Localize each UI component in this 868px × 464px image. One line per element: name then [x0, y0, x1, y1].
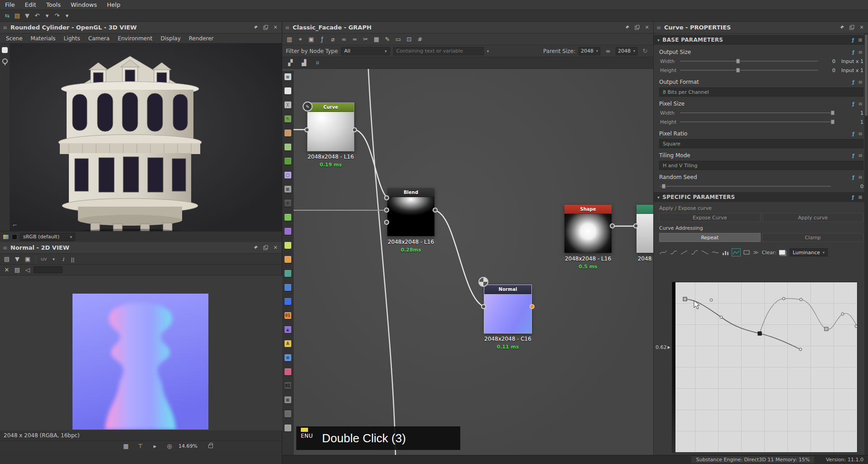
screenshot-icon[interactable]: ▣ — [307, 35, 316, 44]
menu-icon[interactable]: ≡ — [858, 130, 863, 137]
node-type-select[interactable]: All ▾ — [341, 47, 390, 55]
graph-canvas[interactable]: ▦╳✎◯▩+01▲A⊞01▩ Curve 2048x2048 - L16 0.1… — [282, 69, 653, 455]
section-specific-parameters[interactable]: ▾ SPECIFIC PARAMETERS ƒ ≡ — [654, 192, 868, 202]
background-swatch-icon[interactable] — [12, 234, 17, 240]
function-icon[interactable]: ƒ — [852, 174, 854, 180]
menu-icon[interactable]: ≡ — [858, 37, 863, 43]
viewport-3d[interactable]: ⌐ — [10, 44, 282, 231]
undo-caret-icon[interactable]: ▾ — [43, 11, 52, 20]
menu3d-renderer[interactable]: Renderer — [185, 35, 218, 42]
random-seed-slider[interactable] — [660, 186, 831, 187]
function-icon[interactable]: ƒ — [852, 101, 854, 107]
menu3d-environment[interactable]: Environment — [114, 35, 157, 42]
close-icon[interactable]: ✕ — [643, 24, 651, 31]
pixel-height-slider[interactable] — [680, 121, 833, 122]
colorspace-select[interactable]: sRGB (default) ▾ — [20, 233, 75, 241]
parent-height-spinner[interactable]: 2048 ▾ — [616, 47, 637, 55]
menu-icon[interactable]: ≡ — [858, 49, 863, 55]
link-create-icon[interactable]: ∞ — [339, 35, 348, 44]
export-icon[interactable]: ⇆ — [3, 11, 12, 20]
node-type-icon[interactable] — [285, 411, 291, 417]
histogram-icon[interactable]: ⣶ — [68, 255, 77, 264]
close-icon[interactable]: ✕ — [858, 24, 865, 31]
pin-icon[interactable] — [252, 24, 259, 31]
node-type-icon[interactable]: ◯ — [285, 172, 291, 179]
menu-icon[interactable]: ≡ — [858, 174, 863, 180]
pixel-ratio-select[interactable]: Square — [659, 139, 863, 148]
menu3d-scene[interactable]: Scene — [2, 35, 27, 42]
panel-grip-icon[interactable]: ≡ — [3, 245, 7, 251]
menu-icon[interactable]: ≡ — [858, 152, 863, 159]
viewport-2d[interactable] — [0, 276, 282, 430]
uv-caret-icon[interactable]: ▾ — [49, 255, 58, 264]
channel-swatch-icon[interactable] — [779, 250, 786, 255]
lock-icon[interactable] — [208, 445, 213, 448]
pin-icon[interactable] — [623, 24, 631, 31]
node-type-icon[interactable] — [285, 158, 291, 164]
repeat-button[interactable]: Repeat — [659, 233, 761, 242]
grid-icon[interactable]: ▦ — [121, 442, 130, 451]
anchor-icon[interactable]: ⊤ — [136, 442, 145, 451]
input-connector[interactable] — [384, 208, 389, 213]
pixel-width-slider[interactable] — [680, 112, 833, 113]
graph-search-input[interactable] — [393, 47, 484, 55]
panel-grip-icon[interactable]: ≡ — [285, 24, 289, 31]
edit-icon[interactable]: ✎ — [383, 35, 392, 44]
input-connector[interactable] — [304, 127, 309, 132]
channel-select[interactable]: Luminance ▾ — [790, 248, 828, 256]
width-slider[interactable] — [680, 61, 818, 62]
frame-fit-icon[interactable] — [743, 249, 751, 256]
search-icon[interactable]: ⌀ — [328, 35, 338, 44]
save-icon[interactable]: ▼ — [23, 11, 32, 20]
layout-icon[interactable]: ⌗ — [313, 58, 322, 68]
pin-icon[interactable] — [838, 24, 845, 31]
node-type-icon[interactable] — [285, 87, 291, 94]
menu3d-lights[interactable]: Lights — [60, 35, 84, 42]
node-type-icon[interactable]: ✎ — [285, 116, 291, 122]
undo-icon[interactable]: ↶ — [33, 11, 42, 20]
menu-windows[interactable]: Windows — [66, 1, 102, 8]
clamp-button[interactable]: Clamp — [762, 233, 864, 242]
material-swatch-icon[interactable] — [2, 47, 8, 53]
properties-scrollbar[interactable] — [864, 34, 868, 455]
curve-wave-icon[interactable] — [711, 249, 719, 256]
export-image-icon[interactable]: ▼ — [13, 255, 22, 264]
node-blend[interactable]: Blend 2048x2048 - L16 0.28ms — [387, 188, 434, 236]
reset-size-icon[interactable]: ↻ — [641, 47, 650, 56]
curve-edit-icon[interactable] — [732, 249, 740, 256]
cut-links-icon[interactable]: ✂ — [361, 35, 370, 44]
link-size-icon[interactable]: ∞ — [603, 47, 612, 56]
node-type-icon[interactable]: ▦ — [285, 73, 291, 80]
grid-snap-icon[interactable]: ▦ — [372, 35, 381, 44]
target-icon[interactable]: ◎ — [165, 442, 174, 451]
float-window-icon[interactable] — [633, 24, 641, 31]
node-curve[interactable]: Curve 2048x2048 - L16 0.19 ms ✎ — [307, 102, 354, 151]
output-format-select[interactable]: 8 Bits per Channel — [659, 87, 863, 97]
menu-file[interactable]: File — [0, 1, 20, 8]
slider-value[interactable]: 0 — [823, 58, 835, 64]
node-type-icon[interactable]: ╳ — [285, 102, 291, 108]
function-icon[interactable]: ƒ — [852, 79, 854, 85]
zoom-level[interactable]: 14.69% — [178, 443, 198, 449]
curve-step-icon[interactable] — [670, 249, 678, 256]
node-type-icon[interactable]: A — [285, 340, 291, 347]
dock-right-icon[interactable]: ▟ — [299, 58, 309, 68]
node-shape[interactable]: Shape 2048x2048 - L16 0.5 ms — [564, 205, 612, 253]
expand-icon[interactable]: ≫ — [753, 249, 759, 256]
clear-view-icon[interactable]: ✕ — [2, 266, 11, 275]
section-base-parameters[interactable]: ▾ BASE PARAMETERS ƒ ≡ — [654, 35, 868, 45]
node-type-icon[interactable] — [285, 214, 291, 221]
slider-value[interactable]: 1 — [835, 110, 863, 116]
node-type-icon[interactable] — [285, 130, 291, 136]
checker-badge-icon[interactable] — [478, 277, 488, 287]
menu-edit[interactable]: Edit — [20, 1, 41, 8]
input-connector[interactable] — [384, 195, 389, 200]
menu-icon[interactable]: ≡ — [858, 101, 863, 107]
menu-tools[interactable]: Tools — [41, 1, 66, 8]
node-type-icon[interactable]: ▲ — [285, 326, 291, 333]
save-image-icon[interactable]: ▤ — [2, 255, 11, 264]
node-normal[interactable]: Normal 2048x2048 - C16 0.11 ms — [484, 285, 531, 333]
light-bulb-icon[interactable] — [2, 58, 8, 64]
dock-left-icon[interactable]: ▞ — [286, 58, 295, 68]
slider-value[interactable]: 1 — [835, 119, 863, 125]
